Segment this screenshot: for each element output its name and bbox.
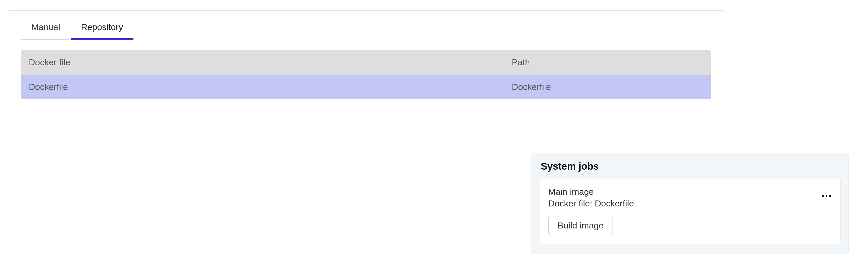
source-tabs: Manual Repository	[8, 16, 724, 40]
cell-docker-file: Dockerfile	[21, 74, 504, 99]
docker-config-panel: Manual Repository Docker file Path Docke…	[8, 10, 724, 107]
system-jobs-panel: System jobs … Main image Docker file: Do…	[531, 153, 848, 254]
job-name: Main image	[548, 187, 832, 197]
job-card: … Main image Docker file: Dockerfile Bui…	[539, 179, 840, 244]
tab-manual[interactable]: Manual	[21, 16, 71, 40]
table-header-row: Docker file Path	[21, 50, 711, 74]
header-docker-file: Docker file	[21, 50, 504, 74]
build-image-button[interactable]: Build image	[548, 216, 613, 235]
tab-repository[interactable]: Repository	[71, 16, 134, 40]
system-jobs-title: System jobs	[539, 161, 840, 172]
cell-path: Dockerfile	[504, 74, 711, 99]
table-row[interactable]: Dockerfile Dockerfile	[21, 74, 711, 99]
dockerfile-table: Docker file Path Dockerfile Dockerfile	[21, 50, 711, 99]
more-icon[interactable]: …	[821, 188, 833, 199]
job-docker-file: Docker file: Dockerfile	[548, 198, 832, 209]
header-path: Path	[504, 50, 711, 74]
